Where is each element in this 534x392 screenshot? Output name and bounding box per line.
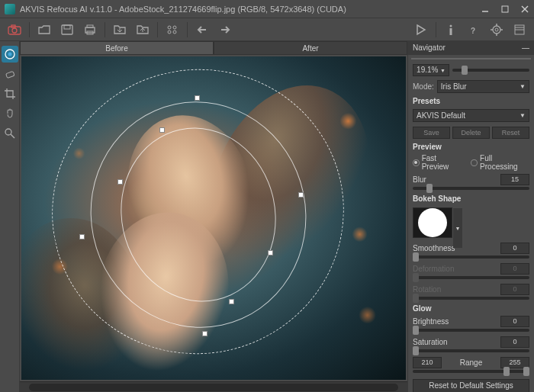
print-icon[interactable]	[81, 21, 99, 39]
focus-handle[interactable]	[298, 192, 304, 198]
preset-save-button[interactable]: Save	[413, 127, 450, 139]
run-icon[interactable]	[412, 21, 430, 39]
mode-dropdown[interactable]: Iris Blur▼	[437, 80, 529, 93]
svg-rect-8	[64, 25, 70, 29]
brightness-label: Brightness	[413, 317, 497, 326]
saturation-label: Saturation	[413, 338, 497, 346]
titlebar: AKVIS Refocus AI v.11.0 - AdobeStock_211…	[0, 0, 534, 18]
zoom-slider[interactable]	[452, 69, 529, 72]
focus-handle[interactable]	[159, 127, 165, 133]
tab-after[interactable]: After	[214, 41, 407, 55]
focus-handle[interactable]	[79, 234, 85, 239]
settings-icon[interactable]	[487, 21, 506, 39]
smoothness-slider[interactable]	[413, 255, 529, 259]
svg-point-12	[168, 26, 171, 29]
focus-handle[interactable]	[229, 299, 234, 304]
close-button[interactable]	[520, 5, 529, 14]
blur-label: Blur	[413, 175, 497, 184]
smoothness-value[interactable]: 0	[500, 243, 529, 254]
app-icon	[5, 4, 15, 14]
focus-area-tool-icon[interactable]	[2, 46, 18, 63]
window-title: AKVIS Refocus AI v.11.0 - AdobeStock_211…	[20, 5, 481, 14]
navigator-header: Navigator —	[408, 41, 534, 55]
focus-handle[interactable]	[202, 331, 207, 336]
crop-tool-icon[interactable]	[2, 85, 18, 102]
open-icon[interactable]	[35, 21, 53, 39]
svg-rect-17	[450, 28, 452, 35]
export-icon[interactable]	[111, 21, 129, 39]
redo-icon[interactable]	[216, 21, 234, 39]
svg-point-20	[495, 28, 498, 31]
mode-label: Mode:	[413, 82, 434, 91]
save-icon[interactable]	[58, 21, 76, 39]
full-processing-radio[interactable]: Full Processing	[471, 154, 529, 171]
horizontal-scrollbar[interactable]	[20, 381, 407, 392]
saturation-value[interactable]: 0	[500, 336, 529, 348]
svg-point-5	[12, 28, 17, 33]
svg-text:?: ?	[471, 27, 475, 35]
preview-label: Preview	[408, 141, 534, 153]
presets-label: Presets	[408, 95, 534, 107]
deformation-slider	[413, 276, 529, 279]
bokeh-shape-preview: ▼	[413, 207, 452, 238]
panel-toggle-icon[interactable]	[510, 21, 529, 39]
svg-rect-7	[62, 25, 72, 34]
camera-icon[interactable]	[5, 21, 24, 39]
svg-point-13	[173, 26, 176, 29]
hand-tool-icon[interactable]	[2, 105, 18, 122]
range-label: Range	[445, 358, 497, 367]
bokeh-label: Bokeh Shape	[408, 193, 534, 204]
range-slider[interactable]	[413, 370, 529, 373]
tab-before[interactable]: Before	[20, 41, 214, 55]
left-toolbar	[0, 41, 20, 392]
import-icon[interactable]	[134, 21, 152, 39]
svg-rect-30	[5, 71, 14, 78]
fast-preview-radio[interactable]: Fast Preview	[413, 154, 463, 171]
svg-point-15	[173, 31, 176, 34]
brightness-slider[interactable]	[413, 329, 529, 332]
reset-defaults-button[interactable]: Reset to Default Settings	[413, 379, 529, 392]
preset-dropdown[interactable]: AKVIS Default▼	[413, 109, 529, 122]
deformation-label: Deformation	[413, 265, 497, 273]
focus-handle[interactable]	[195, 95, 200, 101]
focus-handle[interactable]	[117, 179, 123, 185]
brightness-value[interactable]: 0	[500, 316, 529, 327]
saturation-slider[interactable]	[413, 349, 529, 352]
zoom-value[interactable]: 19.1% ▼	[413, 64, 449, 76]
svg-point-16	[450, 24, 452, 27]
preset-delete-button[interactable]: Delete	[452, 127, 490, 139]
blur-slider[interactable]	[413, 187, 529, 190]
navigator-thumbnail[interactable]	[411, 58, 531, 59]
svg-line-32	[11, 134, 14, 138]
focus-handle[interactable]	[268, 250, 273, 255]
right-panel: Navigator — 19.1% ▼ Mode: Iris Blur▼ Pre…	[407, 41, 534, 392]
svg-point-19	[493, 26, 500, 34]
blur-value[interactable]: 15	[500, 174, 529, 185]
minimize-button[interactable]	[481, 5, 490, 14]
rotation-value: 0	[500, 284, 529, 295]
maximize-button[interactable]	[500, 5, 510, 14]
svg-point-31	[5, 129, 11, 135]
svg-rect-10	[87, 25, 93, 27]
svg-point-14	[168, 31, 171, 34]
range-from-value[interactable]: 210	[413, 357, 442, 368]
preset-reset-button[interactable]: Reset	[492, 127, 529, 139]
glow-label: Glow	[408, 303, 534, 314]
svg-point-29	[8, 53, 11, 56]
rotation-slider	[413, 297, 529, 300]
zoom-tool-icon[interactable]	[2, 125, 18, 142]
batch-icon[interactable]	[163, 21, 182, 39]
image-viewport[interactable]	[21, 56, 406, 380]
eraser-tool-icon[interactable]	[2, 66, 18, 82]
main-toolbar: ?	[0, 18, 534, 41]
help-icon[interactable]: ?	[465, 21, 483, 39]
rotation-label: Rotation	[413, 285, 497, 294]
info-icon[interactable]	[442, 21, 460, 39]
collapse-icon[interactable]: —	[522, 41, 529, 55]
deformation-value: 0	[500, 263, 529, 275]
svg-rect-1	[502, 6, 508, 12]
undo-icon[interactable]	[193, 21, 211, 39]
bokeh-shape-dropdown[interactable]: ▼	[453, 208, 462, 248]
